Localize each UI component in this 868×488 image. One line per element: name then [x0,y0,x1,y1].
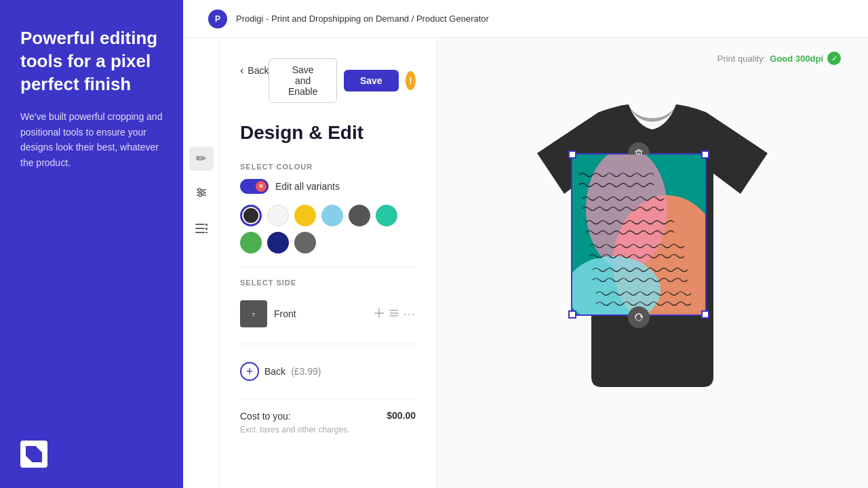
resize-handle-bl[interactable] [568,310,576,319]
tshirt-container [510,72,795,424]
rotate-design-button[interactable] [628,306,650,328]
quality-badge: Print quality: Good 300dpi ✓ [717,52,841,65]
color-swatch-teal[interactable] [376,205,397,226]
cost-row: Cost to you: $00.00 Excl. taxes and othe… [240,410,416,434]
cost-label: Cost to you: [240,411,291,422]
cost-value: $00.00 [387,410,416,421]
edit-all-variants-label: Edit all variants [275,181,340,192]
print-quality-value: Good 300dpi [770,54,823,64]
action-buttons: Save and Enable Save ! [269,58,416,103]
design-overlay[interactable] [571,153,707,316]
toggle-x-icon: ✕ [256,181,267,192]
front-side-icons: ··· [374,307,416,321]
front-align-icon[interactable] [389,308,399,321]
color-swatch-charcoal[interactable] [294,232,316,253]
pencil-icon: ✏ [196,151,206,166]
resize-handle-tl[interactable] [568,150,576,159]
list-icon [195,222,208,237]
page-title: Design & Edit [240,122,416,144]
back-arrow-icon: ‹ [240,64,243,77]
edit-all-variants-toggle[interactable]: ✕ [240,179,269,194]
svg-point-4 [201,191,204,194]
back-side-price: (£3.99) [291,366,321,377]
main-content: P Prodigi - Print and Dropshipping on De… [183,0,868,488]
svg-text:T: T [252,312,256,318]
svg-rect-6 [195,224,205,225]
front-side-row[interactable]: T Front [240,295,416,333]
svg-rect-7 [195,228,205,229]
color-swatch-yellow[interactable] [294,205,316,226]
back-label: Back [248,65,269,76]
design-image [572,155,705,314]
save-button[interactable]: Save [344,70,399,92]
select-side-label: SELECT SIDE [240,279,416,287]
svg-rect-11 [205,232,208,233]
svg-point-5 [199,194,201,197]
icon-toolbar: ✏ [183,38,220,488]
purple-sidebar: Powerful editing tools for a pixel perfe… [0,0,183,488]
sidebar-description: We've built powerful cropping and positi… [20,109,163,170]
resize-handle-br[interactable] [701,310,709,319]
svg-rect-10 [205,228,208,230]
quality-check-icon: ✓ [827,52,841,65]
svg-point-3 [198,188,201,191]
edit-all-variants-row: ✕ Edit all variants [240,179,416,194]
design-pattern-svg [572,155,705,314]
color-swatch-black[interactable] [240,205,262,226]
svg-rect-9 [205,224,208,226]
add-back-row[interactable]: + Back (£3.99) [240,355,416,388]
sliders-icon [195,186,208,202]
color-swatch-green[interactable] [240,232,262,253]
back-side-label: Back [264,366,285,377]
add-back-icon: + [240,362,259,381]
breadcrumb: Prodigi - Print and Dropshipping on Dema… [236,14,489,24]
pencil-tool-btn[interactable]: ✏ [189,146,214,171]
color-swatches [240,205,416,253]
sidebar-logo [20,441,47,468]
sliders-tool-btn[interactable] [189,182,214,206]
color-swatch-white[interactable] [267,205,289,226]
top-bar: P Prodigi - Print and Dropshipping on De… [183,0,868,38]
select-colour-label: SELECT COLOUR [240,163,416,171]
sidebar-headline: Powerful editing tools for a pixel perfe… [20,27,163,96]
front-more-icon[interactable]: ··· [403,307,416,321]
prodigi-logo: P [208,9,227,28]
front-move-icon[interactable] [374,308,384,321]
color-swatch-navy[interactable] [267,232,289,253]
resize-handle-tr[interactable] [701,150,709,159]
save-and-enable-button[interactable]: Save and Enable [269,58,336,103]
svg-rect-8 [195,232,205,233]
list-tool-btn[interactable] [189,217,214,241]
controls-panel: ‹ Back Save and Enable Save ! Design & E… [220,38,437,488]
back-button[interactable]: ‹ Back [240,64,269,77]
front-side-label: Front [274,308,367,319]
cost-note: Excl. taxes and other charges. [240,425,416,434]
color-swatch-dark-gray[interactable] [349,205,370,226]
front-side-thumbnail: T [240,300,267,327]
print-quality-label: Print quality: [717,54,766,64]
design-area: ✏ [183,38,868,488]
preview-area: Print quality: Good 300dpi ✓ [437,38,868,488]
warning-icon: ! [406,71,416,90]
color-swatch-light-blue[interactable] [321,205,343,226]
